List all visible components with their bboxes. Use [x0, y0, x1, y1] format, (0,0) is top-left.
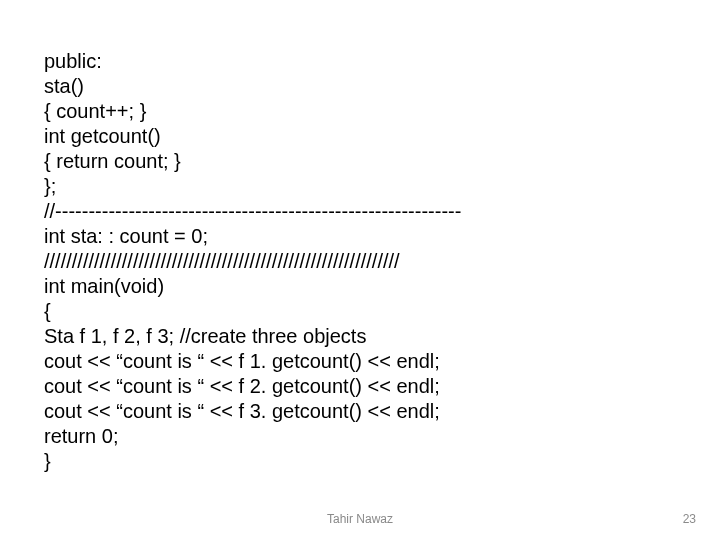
code-line: cout << “count is “ << f 2. getcount() <… — [44, 375, 440, 397]
code-line: int sta: : count = 0; — [44, 225, 208, 247]
code-line: }; — [44, 175, 56, 197]
code-line: { count++; } — [44, 100, 146, 122]
code-block: public: sta() { count++; } int getcount(… — [44, 24, 676, 499]
code-line: //--------------------------------------… — [44, 200, 461, 222]
code-line: sta() — [44, 75, 84, 97]
code-line: public: — [44, 50, 102, 72]
code-line: cout << “count is “ << f 1. getcount() <… — [44, 350, 440, 372]
code-line: { return count; } — [44, 150, 181, 172]
code-line: { — [44, 300, 51, 322]
code-line: int main(void) — [44, 275, 164, 297]
slide: public: sta() { count++; } int getcount(… — [0, 0, 720, 540]
footer-author: Tahir Nawaz — [0, 512, 720, 526]
code-line: Sta f 1, f 2, f 3; //create three object… — [44, 325, 366, 347]
code-line: ////////////////////////////////////////… — [44, 250, 400, 272]
code-line: int getcount() — [44, 125, 161, 147]
code-line: cout << “count is “ << f 3. getcount() <… — [44, 400, 440, 422]
code-line: } — [44, 450, 51, 472]
footer-page-number: 23 — [683, 512, 696, 526]
code-line: return 0; — [44, 425, 118, 447]
